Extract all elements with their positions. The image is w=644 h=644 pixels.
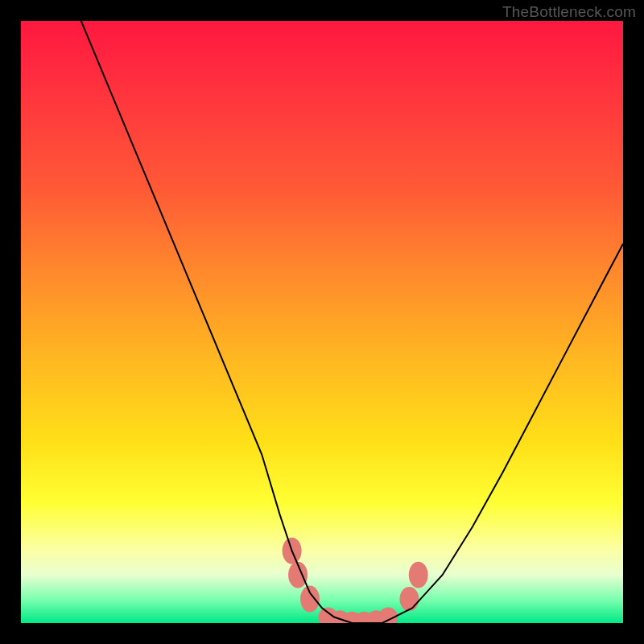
chart-marker <box>409 562 428 588</box>
watermark-text: TheBottleneck.com <box>502 3 636 21</box>
chart-plot-area <box>21 21 623 623</box>
chart-curve <box>81 21 623 623</box>
chart-frame: TheBottleneck.com <box>0 0 644 644</box>
chart-svg <box>21 21 623 623</box>
chart-marker <box>300 586 320 613</box>
chart-marker <box>399 587 419 611</box>
